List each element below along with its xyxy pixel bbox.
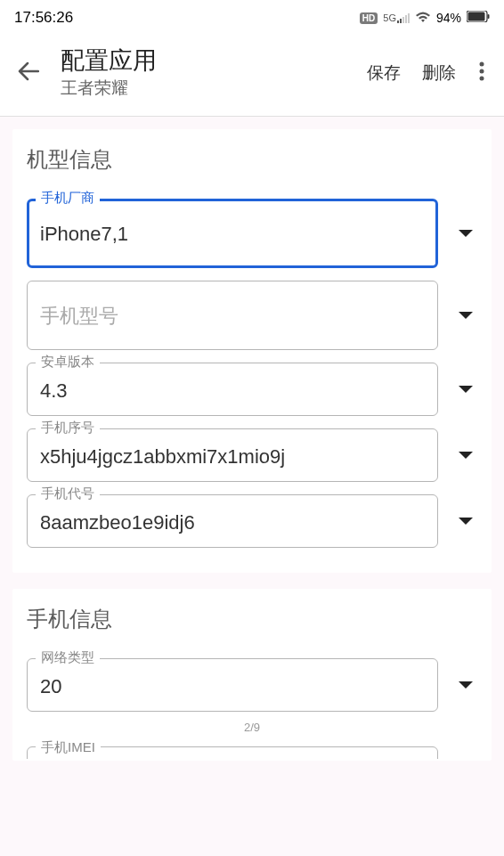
back-button[interactable] (14, 54, 50, 92)
svg-rect-4 (408, 13, 410, 23)
nettype-input[interactable]: 20 (27, 658, 438, 712)
delete-button[interactable]: 删除 (419, 56, 459, 90)
device-info-card: 机型信息 手机厂商 iPhone7,1 手机型号 安卓版本 4.3 (12, 129, 492, 573)
status-time: 17:56:26 (14, 9, 73, 27)
wifi-icon (415, 11, 431, 26)
serial-row: 手机序号 x5hju4jgcz1abbxmi7x1mio9j (27, 428, 477, 482)
serial-input[interactable]: x5hju4jgcz1abbxmi7x1mio9j (27, 428, 438, 482)
nettype-row: 网络类型 20 (27, 658, 477, 712)
model-input[interactable]: 手机型号 (27, 281, 438, 350)
android-field[interactable]: 安卓版本 4.3 (27, 363, 438, 416)
vendor-label: 手机厂商 (36, 190, 100, 207)
vendor-input[interactable]: iPhone7,1 (27, 199, 438, 268)
network-indicator: 5G (383, 12, 410, 23)
hd-badge: HD (360, 12, 378, 24)
svg-point-9 (480, 69, 484, 74)
codename-dropdown-icon[interactable] (454, 510, 477, 533)
battery-percent: 94% (436, 11, 461, 25)
model-row: 手机型号 (27, 281, 477, 350)
nettype-field[interactable]: 网络类型 20 (27, 658, 438, 712)
header-actions: 保存 删除 (363, 56, 490, 90)
android-dropdown-icon[interactable] (454, 378, 477, 401)
svg-rect-3 (405, 15, 407, 23)
more-menu-button[interactable] (474, 56, 490, 90)
page-indicator: 2/9 (27, 721, 477, 734)
codename-field[interactable]: 手机代号 8aamzbeo1e9idj6 (27, 494, 438, 548)
model-dropdown-icon[interactable] (454, 304, 477, 327)
serial-label: 手机序号 (36, 420, 100, 436)
android-input[interactable]: 4.3 (27, 363, 438, 416)
android-row: 安卓版本 4.3 (27, 363, 477, 416)
svg-rect-1 (400, 19, 402, 23)
svg-rect-0 (397, 20, 399, 23)
android-label: 安卓版本 (36, 354, 100, 371)
section-title-2: 手机信息 (27, 605, 477, 633)
app-header: 配置应用 王者荣耀 保存 删除 (0, 34, 504, 117)
status-bar: 17:56:26 HD 5G 94% (0, 0, 504, 34)
svg-point-10 (480, 77, 484, 81)
imei-field[interactable]: 手机IMEI (27, 739, 438, 759)
save-button[interactable]: 保存 (363, 56, 404, 90)
status-right: HD 5G 94% (360, 11, 490, 26)
content-area: 机型信息 手机厂商 iPhone7,1 手机型号 安卓版本 4.3 (0, 117, 504, 789)
svg-rect-6 (468, 12, 485, 21)
page-subtitle: 王者荣耀 (61, 77, 363, 100)
vendor-row: 手机厂商 iPhone7,1 (27, 199, 477, 268)
imei-label: 手机IMEI (36, 739, 101, 756)
page-title: 配置应用 (61, 46, 363, 75)
svg-rect-2 (402, 17, 404, 23)
section-title: 机型信息 (27, 145, 477, 174)
nettype-dropdown-icon[interactable] (454, 673, 477, 697)
svg-rect-7 (488, 14, 490, 19)
vendor-field[interactable]: 手机厂商 iPhone7,1 (27, 199, 438, 268)
serial-dropdown-icon[interactable] (454, 444, 477, 467)
codename-input[interactable]: 8aamzbeo1e9idj6 (27, 494, 438, 548)
imei-row: 手机IMEI (27, 738, 477, 761)
battery-icon (467, 11, 490, 25)
phone-info-card: 手机信息 网络类型 20 2/9 手机IMEI (12, 589, 492, 761)
vendor-dropdown-icon[interactable] (454, 222, 477, 245)
header-titles: 配置应用 王者荣耀 (61, 46, 363, 100)
serial-field[interactable]: 手机序号 x5hju4jgcz1abbxmi7x1mio9j (27, 428, 438, 482)
nettype-label: 网络类型 (36, 649, 100, 666)
codename-label: 手机代号 (36, 485, 100, 502)
svg-point-8 (480, 62, 484, 67)
model-field[interactable]: 手机型号 (27, 281, 438, 350)
codename-row: 手机代号 8aamzbeo1e9idj6 (27, 494, 477, 548)
